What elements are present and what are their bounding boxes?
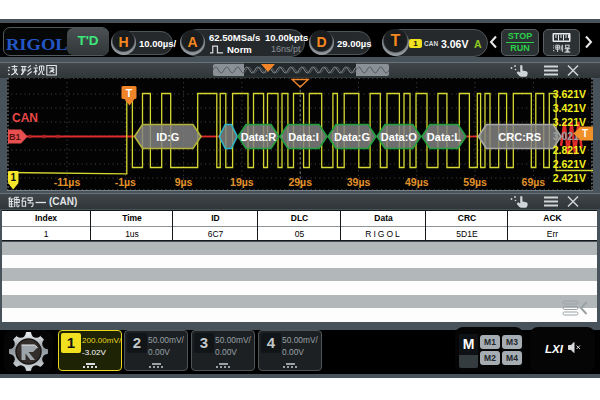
svg-text:29µs: 29µs <box>288 176 312 188</box>
svg-text:1: 1 <box>10 172 16 183</box>
svg-text:-1µs: -1µs <box>115 176 136 188</box>
svg-text:3.621V: 3.621V <box>553 88 586 100</box>
svg-text:Data:R: Data:R <box>241 131 277 143</box>
svg-text:3.221V: 3.221V <box>553 116 586 128</box>
svg-text:CAN: CAN <box>12 111 38 125</box>
svg-text:-11µs: -11µs <box>54 176 81 188</box>
svg-text:49µs: 49µs <box>405 176 429 188</box>
svg-text:Data:I: Data:I <box>288 131 319 143</box>
svg-text:69µs: 69µs <box>522 176 546 188</box>
svg-text:B1: B1 <box>9 132 21 142</box>
svg-text:T: T <box>582 128 588 139</box>
svg-text:Data:O: Data:O <box>381 131 418 143</box>
svg-text:Data:L: Data:L <box>427 131 462 143</box>
svg-text:19µs: 19µs <box>230 176 254 188</box>
svg-text:ID:G: ID:G <box>156 131 179 143</box>
svg-text:Data:G: Data:G <box>334 131 370 143</box>
svg-text:CRC:RS: CRC:RS <box>498 131 541 143</box>
svg-text:2.421V: 2.421V <box>553 172 586 184</box>
svg-text:39µs: 39µs <box>347 176 371 188</box>
svg-text:2.621V: 2.621V <box>553 158 586 170</box>
svg-text:3.421V: 3.421V <box>553 102 586 114</box>
svg-text:T: T <box>126 87 133 99</box>
svg-text:59µs: 59µs <box>463 176 487 188</box>
svg-text:2.821V: 2.821V <box>553 144 586 156</box>
svg-text:9µs: 9µs <box>175 176 193 188</box>
